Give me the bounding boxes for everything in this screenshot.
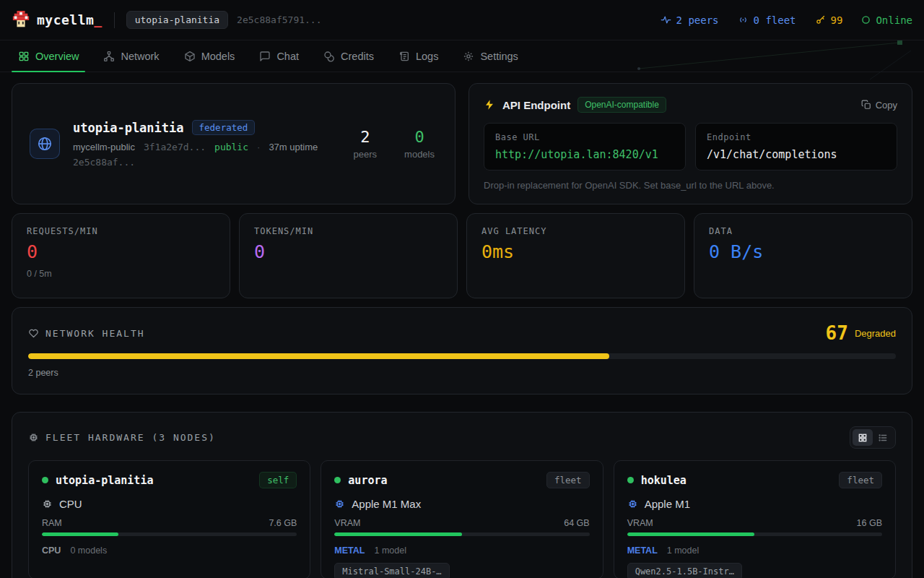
credits-status[interactable]: 99 <box>815 14 843 26</box>
node-name: hokulea <box>641 474 687 487</box>
globe-icon <box>37 136 53 152</box>
models-count: 0 models <box>404 128 435 160</box>
fleet-badge: fleet <box>839 472 882 488</box>
models-count-label: 1 model <box>374 545 406 556</box>
grid-view-button[interactable] <box>853 429 873 446</box>
stat-card-data: DATA 0 B/s <box>694 213 912 298</box>
cpu-chip-icon <box>28 432 39 443</box>
memory-value: 64 GB <box>564 518 589 528</box>
memory-bar-fill <box>627 532 755 536</box>
stat-value: 0 <box>254 241 443 262</box>
health-peers-label: 2 peers <box>28 368 896 378</box>
model-chip[interactable]: Qwen2.5-1.5B-Instr… <box>627 563 742 578</box>
chat-bubble-icon <box>259 51 271 62</box>
view-toggle <box>850 426 896 449</box>
scroll-icon <box>398 51 410 62</box>
models-count-label: 0 models <box>70 545 107 556</box>
stat-label: DATA <box>709 226 897 236</box>
key-icon <box>815 14 826 25</box>
top-header-bar: mycellm_ utopia-planitia 2e5c88af5791...… <box>0 0 924 40</box>
fleet-title: FLEET HARDWARE (3 NODES) <box>45 432 216 443</box>
tab-logs[interactable]: Logs <box>386 40 450 72</box>
memory-bar-fill <box>42 532 118 536</box>
logo-cursor: _ <box>94 12 102 27</box>
api-endpoint-title: API Endpoint <box>502 99 570 111</box>
tab-network[interactable]: Network <box>91 40 171 72</box>
models-count-label: 1 model <box>667 545 699 556</box>
node-online-dot <box>334 477 341 483</box>
node-overview-card: utopia-planitia federated mycellm-public… <box>12 83 456 204</box>
meta-separator: · <box>257 142 260 152</box>
broadcast-icon <box>738 14 749 25</box>
app-title: mycellm_ <box>37 12 103 27</box>
models-count-label: models <box>404 149 435 160</box>
tab-chat[interactable]: Chat <box>247 40 311 72</box>
memory-label: VRAM <box>627 518 653 528</box>
visibility-label: public <box>214 142 248 152</box>
grid-view-icon <box>858 433 868 443</box>
stat-label: REQUESTS/MIN <box>27 226 215 236</box>
globe-icon-box <box>30 129 60 159</box>
network-hash: 3f1a2e7d... <box>144 142 206 152</box>
page-content: utopia-planitia federated mycellm-public… <box>0 72 924 578</box>
tab-credits[interactable]: Credits <box>311 40 386 72</box>
main-navigation: Overview Network Models Chat Credits Log… <box>0 40 924 72</box>
tab-models[interactable]: Models <box>172 40 248 72</box>
base-url-value: http://utopia.lan:8420/v1 <box>495 148 674 161</box>
node-card-hokulea[interactable]: hokulea fleet Apple M1 VRAM 16 GB METAL … <box>614 460 896 578</box>
coins-icon <box>323 51 335 62</box>
self-badge: self <box>259 472 297 488</box>
peers-status[interactable]: 2 peers <box>661 14 719 26</box>
memory-bar-track <box>334 532 589 536</box>
health-title: NETWORK HEALTH <box>45 328 145 339</box>
fleet-hardware-card: FLEET HARDWARE (3 NODES) utopia-planitia… <box>12 412 912 578</box>
models-count-value: 0 <box>404 128 435 146</box>
federated-badge: federated <box>192 120 256 135</box>
current-node-chip[interactable]: utopia-planitia <box>126 11 228 29</box>
health-status: Degraded <box>855 328 896 339</box>
fleet-status[interactable]: 0 fleet <box>738 14 796 26</box>
peers-count-label: peers <box>354 149 378 160</box>
memory-bar-fill <box>334 532 462 536</box>
health-progress-fill <box>28 353 609 359</box>
header-status-group: 2 peers 0 fleet 99 Online <box>661 14 912 26</box>
memory-value: 7.6 GB <box>269 518 297 528</box>
endpoint-value: /v1/chat/completions <box>707 148 886 161</box>
node-name: utopia-planitia <box>56 474 153 487</box>
node-name: aurora <box>348 474 387 487</box>
memory-bar-track <box>42 532 297 536</box>
app-logo[interactable]: mycellm_ <box>12 11 103 30</box>
gear-icon <box>463 51 474 62</box>
tab-settings[interactable]: Settings <box>450 40 530 72</box>
stat-card-requests: REQUESTS/MIN 0 0 / 5m <box>12 213 230 298</box>
base-url-label: Base URL <box>495 132 674 142</box>
node-hardware: Apple M1 Max <box>352 498 421 510</box>
model-chip[interactable]: Mistral-Small-24B-… <box>334 563 449 578</box>
header-divider <box>114 12 115 28</box>
memory-value: 16 GB <box>857 518 882 528</box>
node-card-aurora[interactable]: aurora fleet Apple M1 Max VRAM 64 GB MET… <box>321 460 603 578</box>
node-name: utopia-planitia <box>73 121 184 135</box>
memory-label: RAM <box>42 518 62 528</box>
stat-value: 0 B/s <box>709 241 897 262</box>
stat-card-tokens: TOKENS/MIN 0 <box>239 213 458 298</box>
base-url-box[interactable]: Base URL http://utopia.lan:8420/v1 <box>484 123 686 171</box>
copy-icon <box>861 100 871 110</box>
tab-overview[interactable]: Overview <box>6 40 91 72</box>
online-status[interactable]: Online <box>861 14 912 26</box>
node-hardware: Apple M1 <box>645 498 690 510</box>
zap-icon <box>484 99 495 111</box>
endpoint-box[interactable]: Endpoint /v1/chat/completions <box>695 123 897 171</box>
list-view-button[interactable] <box>873 429 893 446</box>
node-card-utopia-planitia[interactable]: utopia-planitia self CPU RAM 7.6 GB CPU … <box>28 460 310 578</box>
api-note: Drop-in replacement for OpenAI SDK. Set … <box>484 180 897 191</box>
cpu-chip-icon <box>627 499 638 509</box>
health-score: 67 <box>826 322 848 344</box>
network-health-card: NETWORK HEALTH 67 Degraded 2 peers <box>12 307 912 394</box>
endpoint-label: Endpoint <box>707 132 886 142</box>
stat-label: TOKENS/MIN <box>254 226 443 236</box>
node-id-hash: 2e5c88af... <box>73 157 318 168</box>
stat-value: 0ms <box>481 241 670 262</box>
api-endpoint-card: API Endpoint OpenAI-compatible Copy Base… <box>468 83 912 204</box>
copy-button[interactable]: Copy <box>861 100 897 111</box>
